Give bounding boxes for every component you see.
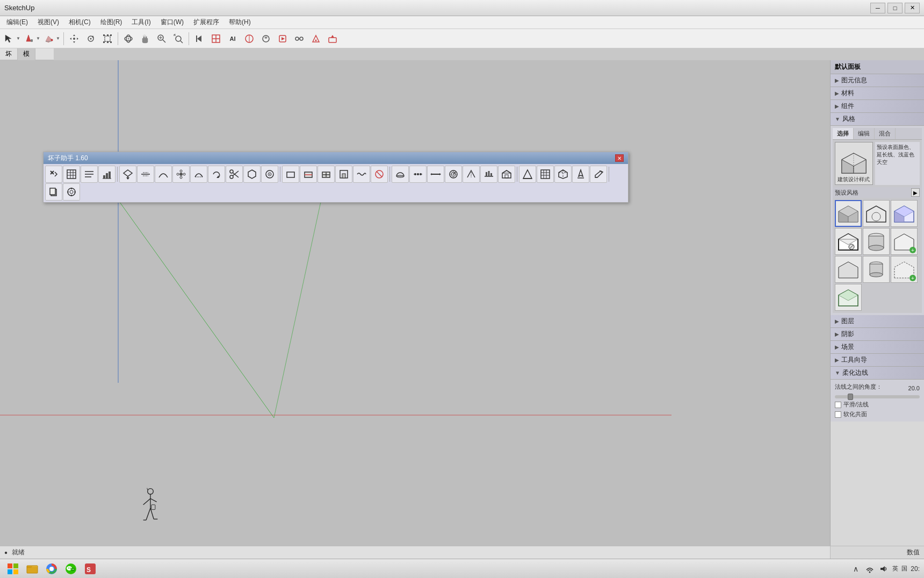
select-tool-group[interactable]: ▼ bbox=[2, 31, 21, 46]
ai-button[interactable]: AI bbox=[225, 31, 241, 46]
style-tab-select[interactable]: 选择 bbox=[833, 128, 854, 139]
ft-rect-icon[interactable] bbox=[282, 166, 299, 183]
tab-bad[interactable]: 坏 bbox=[0, 48, 18, 60]
section-plane-button[interactable] bbox=[208, 31, 224, 46]
ft-temple-icon[interactable] bbox=[498, 166, 515, 183]
addon6-button[interactable] bbox=[324, 31, 341, 46]
ft-settings-icon[interactable] bbox=[63, 183, 80, 201]
ft-target-icon[interactable] bbox=[261, 166, 278, 183]
smooth-checkbox[interactable] bbox=[835, 402, 841, 408]
maximize-button[interactable]: □ bbox=[887, 3, 903, 13]
ft-copy-icon[interactable] bbox=[45, 183, 62, 201]
section-soften[interactable]: ▼ 柔化边线 bbox=[831, 367, 924, 380]
style-item-8[interactable] bbox=[863, 256, 890, 283]
style-item-1[interactable] bbox=[835, 200, 862, 227]
ft-curve-icon[interactable] bbox=[155, 166, 172, 183]
zoom-extent-button[interactable] bbox=[170, 31, 186, 46]
scale-tool-button[interactable] bbox=[99, 31, 116, 46]
style-tab-edit[interactable]: 编辑 bbox=[854, 128, 875, 139]
ft-line-icon[interactable] bbox=[427, 166, 444, 183]
ft-rotate-icon[interactable] bbox=[208, 166, 225, 183]
ft-chart-icon[interactable] bbox=[98, 166, 116, 183]
ft-dots-icon[interactable] bbox=[409, 166, 427, 183]
addon3-button[interactable] bbox=[275, 31, 291, 46]
soften-slider-thumb[interactable] bbox=[848, 394, 853, 400]
float-toolbar-close-button[interactable]: ✕ bbox=[615, 154, 624, 162]
ft-scissors-icon[interactable] bbox=[226, 166, 243, 183]
ft-triangle-icon[interactable] bbox=[519, 166, 536, 183]
style-item-4[interactable] bbox=[835, 228, 862, 255]
menu-window[interactable]: 窗口(W) bbox=[156, 17, 188, 28]
tray-up-arrow[interactable]: ∧ bbox=[850, 563, 861, 574]
section-layers[interactable]: ▶ 图层 bbox=[831, 315, 924, 328]
tray-network[interactable] bbox=[864, 563, 875, 574]
canvas-area[interactable]: 坏子助手 1.60 ✕ bbox=[0, 60, 830, 546]
menu-extensions[interactable]: 扩展程序 bbox=[189, 17, 223, 28]
tray-lang[interactable]: 英 bbox=[892, 565, 898, 573]
tab-model[interactable]: 模 bbox=[18, 48, 35, 60]
style-item-9[interactable]: + bbox=[891, 256, 918, 283]
addon5-button[interactable] bbox=[308, 31, 324, 46]
section-shadows[interactable]: ▶ 阴影 bbox=[831, 328, 924, 341]
style-item-6[interactable]: + bbox=[891, 228, 918, 255]
prev-view-button[interactable] bbox=[191, 31, 207, 46]
soften-coplanar-checkbox[interactable] bbox=[835, 411, 841, 418]
ft-box3d-icon[interactable] bbox=[554, 166, 572, 183]
addon4-button[interactable] bbox=[291, 31, 307, 46]
ft-bars-icon[interactable] bbox=[480, 166, 497, 183]
ft-slice-icon[interactable] bbox=[463, 166, 480, 183]
ft-script-icon[interactable] bbox=[45, 166, 62, 183]
ft-circle-cross-icon[interactable] bbox=[371, 166, 388, 183]
ft-wave-icon[interactable] bbox=[353, 166, 370, 183]
ft-flower-icon[interactable] bbox=[172, 166, 190, 183]
menu-draw[interactable]: 绘图(R) bbox=[96, 17, 127, 28]
ft-hex-icon[interactable] bbox=[243, 166, 261, 183]
ft-offset-icon[interactable] bbox=[137, 166, 154, 183]
style-item-10[interactable] bbox=[835, 284, 862, 311]
menu-camera[interactable]: 相机(C) bbox=[64, 17, 95, 28]
tray-volume[interactable] bbox=[878, 563, 889, 574]
menu-tools[interactable]: 工具(I) bbox=[127, 17, 155, 28]
section-materials[interactable]: ▶ 材料 bbox=[831, 87, 924, 100]
taskbar-sketchup[interactable]: S bbox=[82, 560, 99, 577]
preset-expand-button[interactable]: ▶ bbox=[911, 188, 920, 197]
ft-dome-icon[interactable] bbox=[392, 166, 409, 183]
minimize-button[interactable]: ─ bbox=[870, 3, 885, 13]
style-tab-mix[interactable]: 混合 bbox=[875, 128, 896, 139]
ft-push-pull-icon[interactable] bbox=[119, 166, 136, 183]
ft-grid-icon[interactable] bbox=[537, 166, 554, 183]
section-scenes[interactable]: ▶ 场景 bbox=[831, 341, 924, 354]
move-tool-button[interactable] bbox=[66, 31, 82, 46]
ft-lines-icon[interactable] bbox=[81, 166, 98, 183]
section-tools[interactable]: ▶ 工具向导 bbox=[831, 354, 924, 367]
float-toolbar-header[interactable]: 坏子助手 1.60 ✕ bbox=[44, 152, 628, 164]
soften-slider-track[interactable] bbox=[835, 395, 920, 398]
taskbar-wechat[interactable] bbox=[62, 560, 80, 577]
rotate-tool-button[interactable] bbox=[83, 31, 99, 46]
addon1-button[interactable] bbox=[241, 31, 257, 46]
ft-pencil-icon[interactable] bbox=[590, 166, 607, 183]
style-item-2[interactable] bbox=[863, 200, 890, 227]
close-button[interactable]: ✕ bbox=[905, 3, 920, 13]
section-styles[interactable]: ▼ 风格 bbox=[831, 113, 924, 126]
ft-radar-icon[interactable] bbox=[445, 166, 462, 183]
paint-tool-group[interactable]: ▼ bbox=[22, 31, 41, 46]
pan-tool-button[interactable] bbox=[137, 31, 153, 46]
style-item-5[interactable] bbox=[863, 228, 890, 255]
style-item-3[interactable] bbox=[891, 200, 918, 227]
ft-minus-icon[interactable] bbox=[300, 166, 317, 183]
menu-help[interactable]: 帮助(H) bbox=[225, 17, 255, 28]
section-components[interactable]: ▶ 组件 bbox=[831, 100, 924, 113]
addon2-button[interactable] bbox=[258, 31, 274, 46]
ft-doorway-icon[interactable] bbox=[335, 166, 352, 183]
start-button[interactable] bbox=[4, 560, 21, 577]
taskbar-chrome[interactable] bbox=[43, 560, 60, 577]
ft-spike-icon[interactable] bbox=[572, 166, 589, 183]
tray-region[interactable]: 国 bbox=[901, 565, 907, 573]
section-entity-info[interactable]: ▶ 图元信息 bbox=[831, 74, 924, 87]
ft-arc-icon[interactable] bbox=[190, 166, 207, 183]
ft-plus-icon[interactable] bbox=[317, 166, 335, 183]
style-item-7[interactable] bbox=[835, 256, 862, 283]
zoom-tool-button[interactable] bbox=[154, 31, 170, 46]
orbit-tool-button[interactable] bbox=[120, 31, 136, 46]
